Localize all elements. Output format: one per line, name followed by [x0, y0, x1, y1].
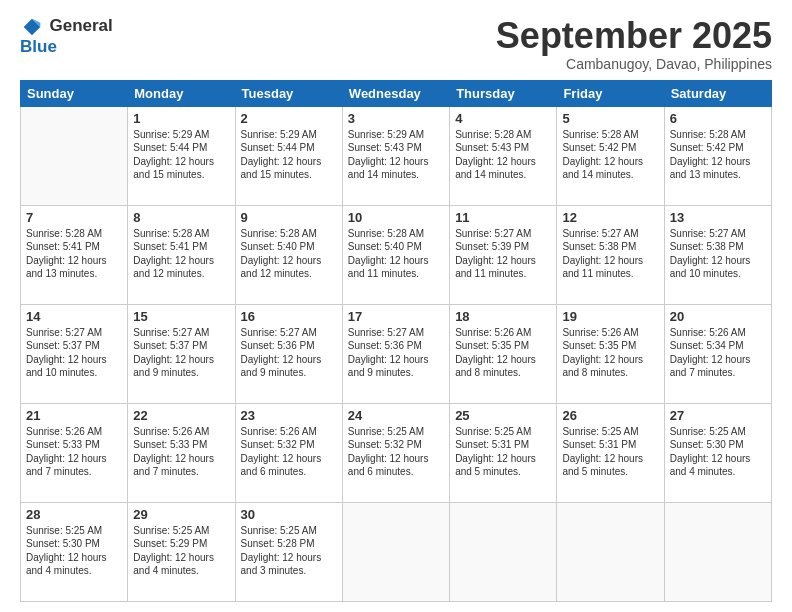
day-info: Sunrise: 5:28 AM Sunset: 5:41 PM Dayligh… [26, 227, 122, 281]
col-wednesday: Wednesday [342, 80, 449, 106]
day-info: Sunrise: 5:29 AM Sunset: 5:44 PM Dayligh… [241, 128, 337, 182]
day-cell: 17Sunrise: 5:27 AM Sunset: 5:36 PM Dayli… [342, 304, 449, 403]
day-info: Sunrise: 5:25 AM Sunset: 5:28 PM Dayligh… [241, 524, 337, 578]
day-number: 27 [670, 408, 766, 423]
day-info: Sunrise: 5:28 AM Sunset: 5:40 PM Dayligh… [348, 227, 444, 281]
day-info: Sunrise: 5:28 AM Sunset: 5:41 PM Dayligh… [133, 227, 229, 281]
day-cell: 6Sunrise: 5:28 AM Sunset: 5:42 PM Daylig… [664, 106, 771, 205]
day-info: Sunrise: 5:26 AM Sunset: 5:35 PM Dayligh… [562, 326, 658, 380]
day-cell: 7Sunrise: 5:28 AM Sunset: 5:41 PM Daylig… [21, 205, 128, 304]
day-cell: 1Sunrise: 5:29 AM Sunset: 5:44 PM Daylig… [128, 106, 235, 205]
day-cell: 13Sunrise: 5:27 AM Sunset: 5:38 PM Dayli… [664, 205, 771, 304]
day-info: Sunrise: 5:29 AM Sunset: 5:44 PM Dayligh… [133, 128, 229, 182]
day-cell: 28Sunrise: 5:25 AM Sunset: 5:30 PM Dayli… [21, 502, 128, 601]
day-info: Sunrise: 5:28 AM Sunset: 5:42 PM Dayligh… [562, 128, 658, 182]
col-sunday: Sunday [21, 80, 128, 106]
day-cell: 18Sunrise: 5:26 AM Sunset: 5:35 PM Dayli… [450, 304, 557, 403]
day-number: 30 [241, 507, 337, 522]
logo: General Blue [20, 16, 113, 57]
day-cell: 4Sunrise: 5:28 AM Sunset: 5:43 PM Daylig… [450, 106, 557, 205]
day-number: 5 [562, 111, 658, 126]
week-row-3: 14Sunrise: 5:27 AM Sunset: 5:37 PM Dayli… [21, 304, 772, 403]
day-cell: 25Sunrise: 5:25 AM Sunset: 5:31 PM Dayli… [450, 403, 557, 502]
col-friday: Friday [557, 80, 664, 106]
day-info: Sunrise: 5:26 AM Sunset: 5:33 PM Dayligh… [133, 425, 229, 479]
day-number: 22 [133, 408, 229, 423]
header: General Blue September 2025 Cambanugoy, … [20, 16, 772, 72]
day-number: 9 [241, 210, 337, 225]
day-number: 18 [455, 309, 551, 324]
day-cell [664, 502, 771, 601]
day-number: 7 [26, 210, 122, 225]
col-thursday: Thursday [450, 80, 557, 106]
week-row-5: 28Sunrise: 5:25 AM Sunset: 5:30 PM Dayli… [21, 502, 772, 601]
day-cell [342, 502, 449, 601]
day-cell: 24Sunrise: 5:25 AM Sunset: 5:32 PM Dayli… [342, 403, 449, 502]
day-info: Sunrise: 5:27 AM Sunset: 5:36 PM Dayligh… [348, 326, 444, 380]
week-row-2: 7Sunrise: 5:28 AM Sunset: 5:41 PM Daylig… [21, 205, 772, 304]
day-info: Sunrise: 5:25 AM Sunset: 5:31 PM Dayligh… [455, 425, 551, 479]
day-info: Sunrise: 5:26 AM Sunset: 5:33 PM Dayligh… [26, 425, 122, 479]
day-info: Sunrise: 5:26 AM Sunset: 5:34 PM Dayligh… [670, 326, 766, 380]
day-info: Sunrise: 5:27 AM Sunset: 5:38 PM Dayligh… [670, 227, 766, 281]
day-number: 20 [670, 309, 766, 324]
day-cell: 14Sunrise: 5:27 AM Sunset: 5:37 PM Dayli… [21, 304, 128, 403]
day-cell: 30Sunrise: 5:25 AM Sunset: 5:28 PM Dayli… [235, 502, 342, 601]
day-cell: 21Sunrise: 5:26 AM Sunset: 5:33 PM Dayli… [21, 403, 128, 502]
week-row-4: 21Sunrise: 5:26 AM Sunset: 5:33 PM Dayli… [21, 403, 772, 502]
calendar-table: Sunday Monday Tuesday Wednesday Thursday… [20, 80, 772, 602]
day-cell: 19Sunrise: 5:26 AM Sunset: 5:35 PM Dayli… [557, 304, 664, 403]
day-number: 29 [133, 507, 229, 522]
day-number: 8 [133, 210, 229, 225]
day-cell: 10Sunrise: 5:28 AM Sunset: 5:40 PM Dayli… [342, 205, 449, 304]
day-info: Sunrise: 5:27 AM Sunset: 5:38 PM Dayligh… [562, 227, 658, 281]
title-block: September 2025 Cambanugoy, Davao, Philip… [496, 16, 772, 72]
day-cell: 3Sunrise: 5:29 AM Sunset: 5:43 PM Daylig… [342, 106, 449, 205]
calendar-page: General Blue September 2025 Cambanugoy, … [0, 0, 792, 612]
location: Cambanugoy, Davao, Philippines [496, 56, 772, 72]
day-info: Sunrise: 5:27 AM Sunset: 5:39 PM Dayligh… [455, 227, 551, 281]
day-cell: 8Sunrise: 5:28 AM Sunset: 5:41 PM Daylig… [128, 205, 235, 304]
day-number: 19 [562, 309, 658, 324]
day-cell: 22Sunrise: 5:26 AM Sunset: 5:33 PM Dayli… [128, 403, 235, 502]
header-row: Sunday Monday Tuesday Wednesday Thursday… [21, 80, 772, 106]
col-monday: Monday [128, 80, 235, 106]
day-number: 4 [455, 111, 551, 126]
col-saturday: Saturday [664, 80, 771, 106]
day-number: 23 [241, 408, 337, 423]
day-info: Sunrise: 5:25 AM Sunset: 5:29 PM Dayligh… [133, 524, 229, 578]
day-number: 21 [26, 408, 122, 423]
svg-marker-0 [24, 18, 41, 35]
day-number: 14 [26, 309, 122, 324]
day-info: Sunrise: 5:25 AM Sunset: 5:31 PM Dayligh… [562, 425, 658, 479]
day-number: 10 [348, 210, 444, 225]
day-number: 26 [562, 408, 658, 423]
day-number: 6 [670, 111, 766, 126]
day-info: Sunrise: 5:26 AM Sunset: 5:35 PM Dayligh… [455, 326, 551, 380]
day-info: Sunrise: 5:25 AM Sunset: 5:30 PM Dayligh… [26, 524, 122, 578]
day-cell [450, 502, 557, 601]
day-cell [557, 502, 664, 601]
col-tuesday: Tuesday [235, 80, 342, 106]
day-info: Sunrise: 5:25 AM Sunset: 5:30 PM Dayligh… [670, 425, 766, 479]
day-cell: 16Sunrise: 5:27 AM Sunset: 5:36 PM Dayli… [235, 304, 342, 403]
day-info: Sunrise: 5:26 AM Sunset: 5:32 PM Dayligh… [241, 425, 337, 479]
day-number: 15 [133, 309, 229, 324]
week-row-1: 1Sunrise: 5:29 AM Sunset: 5:44 PM Daylig… [21, 106, 772, 205]
day-number: 3 [348, 111, 444, 126]
day-cell: 2Sunrise: 5:29 AM Sunset: 5:44 PM Daylig… [235, 106, 342, 205]
day-cell: 29Sunrise: 5:25 AM Sunset: 5:29 PM Dayli… [128, 502, 235, 601]
day-cell [21, 106, 128, 205]
day-number: 25 [455, 408, 551, 423]
day-info: Sunrise: 5:28 AM Sunset: 5:43 PM Dayligh… [455, 128, 551, 182]
day-number: 16 [241, 309, 337, 324]
day-cell: 9Sunrise: 5:28 AM Sunset: 5:40 PM Daylig… [235, 205, 342, 304]
day-cell: 5Sunrise: 5:28 AM Sunset: 5:42 PM Daylig… [557, 106, 664, 205]
day-number: 12 [562, 210, 658, 225]
day-info: Sunrise: 5:27 AM Sunset: 5:37 PM Dayligh… [26, 326, 122, 380]
day-number: 2 [241, 111, 337, 126]
day-number: 11 [455, 210, 551, 225]
day-number: 17 [348, 309, 444, 324]
day-cell: 27Sunrise: 5:25 AM Sunset: 5:30 PM Dayli… [664, 403, 771, 502]
month-title: September 2025 [496, 16, 772, 56]
